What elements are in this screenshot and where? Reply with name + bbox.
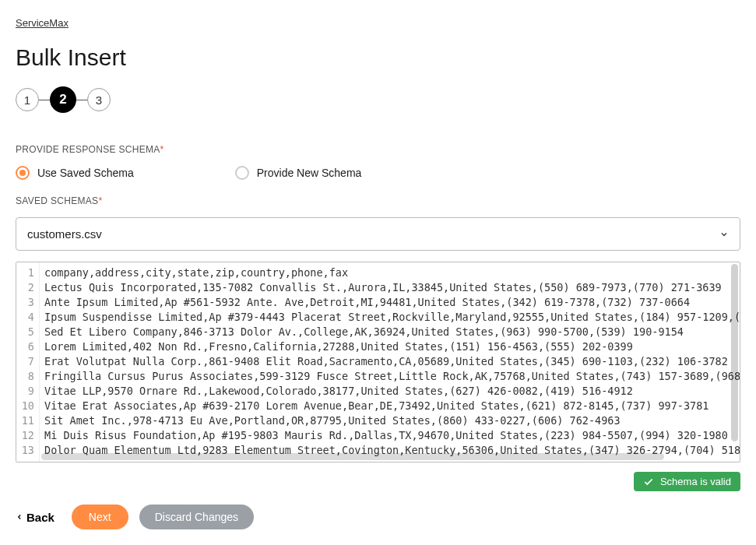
line-number: 12 (19, 428, 34, 443)
radio-use-saved-schema[interactable]: Use Saved Schema (16, 166, 134, 180)
line-number: 6 (19, 339, 34, 354)
stepper: 1 2 3 (16, 86, 740, 113)
footer-actions: Back Next Discard Changes (16, 505, 740, 529)
radio-icon (16, 166, 30, 180)
line-number: 8 (19, 369, 34, 384)
code-line: Vitae Erat Associates,Ap #639-2170 Lorem… (44, 399, 735, 413)
line-number: 4 (19, 310, 34, 325)
schema-section-label: PROVIDE RESPONSE SCHEMA* (16, 144, 740, 155)
check-icon (643, 476, 654, 487)
step-2[interactable]: 2 (50, 86, 76, 113)
code-line: Mi Duis Risus Foundation,Ap #195-9803 Ma… (44, 428, 735, 443)
required-mark: * (160, 144, 164, 155)
horizontal-scrollbar[interactable] (41, 453, 664, 460)
code-editor[interactable]: 12345678910111213 company,address,city,s… (16, 262, 740, 462)
line-number: 1 (19, 265, 34, 280)
editor-gutter: 12345678910111213 (16, 262, 40, 462)
code-line: Vitae LLP,9570 Ornare Rd.,Lakewood,Color… (44, 384, 735, 399)
breadcrumb-servicemax[interactable]: ServiceMax (16, 17, 69, 29)
next-button[interactable]: Next (72, 505, 128, 529)
schema-valid-badge: Schema is valid (634, 472, 740, 491)
code-line: Erat Volutpat Nulla Corp.,861-9408 Elit … (44, 354, 735, 369)
back-button[interactable]: Back (16, 511, 55, 524)
discard-changes-button[interactable]: Discard Changes (139, 505, 254, 529)
code-line: Sed Et Libero Company,846-3713 Dolor Av.… (44, 325, 735, 339)
page-title: Bulk Insert (16, 44, 740, 71)
saved-schemas-label: SAVED SCHEMAS* (16, 195, 740, 206)
back-label: Back (26, 511, 55, 524)
radio-label: Use Saved Schema (37, 167, 134, 179)
line-number: 3 (19, 295, 34, 310)
code-line: Ipsum Suspendisse Limited,Ap #379-4443 P… (44, 310, 735, 325)
line-number: 10 (19, 399, 34, 413)
line-number: 5 (19, 325, 34, 339)
code-line: Sit Amet Inc.,978-4713 Eu Ave,Portland,O… (44, 413, 735, 428)
step-connector (39, 100, 50, 100)
line-number: 9 (19, 384, 34, 399)
chevron-down-icon (719, 230, 729, 239)
saved-schemas-select[interactable]: customers.csv (16, 217, 740, 251)
radio-label: Provide New Schema (257, 167, 362, 179)
schema-radio-group: Use Saved Schema Provide New Schema (16, 166, 740, 180)
line-number: 2 (19, 280, 34, 295)
code-line: Fringilla Cursus Purus Associates,599-31… (44, 369, 735, 384)
required-mark: * (98, 195, 102, 206)
chevron-left-icon (16, 512, 23, 522)
line-number: 13 (19, 443, 34, 458)
code-line: Ante Ipsum Limited,Ap #561-5932 Ante. Av… (44, 295, 735, 310)
line-number: 7 (19, 354, 34, 369)
step-connector (76, 100, 87, 100)
editor-code-area[interactable]: company,address,city,state,zip,country,p… (40, 262, 740, 462)
radio-provide-new-schema[interactable]: Provide New Schema (235, 166, 362, 180)
code-line: Lectus Quis Incorporated,135-7082 Conval… (44, 280, 735, 295)
vertical-scrollbar[interactable] (731, 264, 738, 441)
step-3[interactable]: 3 (87, 88, 111, 111)
validation-text: Schema is valid (660, 476, 731, 487)
step-1[interactable]: 1 (16, 88, 39, 111)
radio-icon (235, 166, 249, 180)
label-text: SAVED SCHEMAS (16, 195, 98, 206)
label-text: PROVIDE RESPONSE SCHEMA (16, 144, 160, 155)
line-number: 11 (19, 413, 34, 428)
code-line: Lorem Limited,402 Non Rd.,Fresno,Califor… (44, 339, 735, 354)
code-line: company,address,city,state,zip,country,p… (44, 265, 735, 280)
select-value: customers.csv (27, 227, 102, 241)
